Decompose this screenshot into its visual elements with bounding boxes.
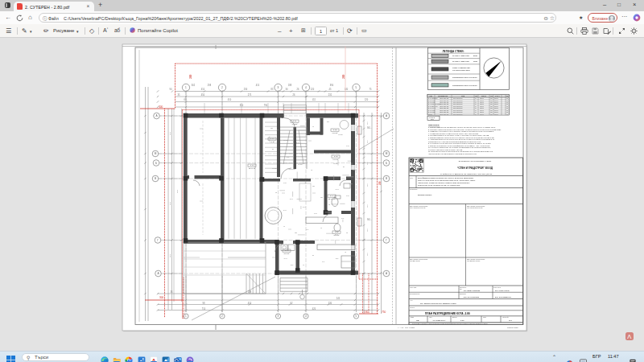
svg-text:12см: 12см (473, 60, 477, 62)
svg-text:7.70 м²: 7.70 м² (332, 132, 337, 134)
svg-text:310: 310 (240, 104, 244, 107)
svg-text:750: 750 (382, 311, 386, 314)
svg-text:инж. Сево Димитров: инж. Сево Димитров (495, 296, 512, 298)
svg-text:циментова зам.: циментова зам. (440, 112, 449, 113)
svg-text:латекс: латекс (494, 106, 498, 107)
svg-text:обект: обект (410, 178, 413, 179)
svg-text:латекс: латекс (494, 114, 498, 115)
svg-text:латекс: латекс (480, 101, 484, 101)
svg-text:С-06 ГАРАЖ: С-06 ГАРАЖ (428, 107, 436, 109)
svg-text:1.20: 1.20 (346, 195, 349, 196)
svg-text:Б: Б (386, 162, 387, 165)
svg-text:9.4: 9.4 (475, 114, 477, 115)
svg-text:411: 411 (312, 98, 316, 101)
svg-text:1.02 м²: 1.02 м² (291, 123, 297, 125)
svg-text:12.4: 12.4 (490, 114, 493, 115)
svg-text:12.4: 12.4 (490, 110, 493, 111)
svg-text:латекс: латекс (494, 108, 498, 109)
svg-text:275: 275 (248, 93, 252, 97)
svg-text:C-06: C-06 (250, 164, 255, 166)
svg-text:2.10: 2.10 (296, 142, 299, 143)
svg-text:циментова зам.: циментова зам. (440, 110, 449, 111)
svg-text:латекс: латекс (480, 114, 484, 115)
svg-text:М2: М2 (475, 95, 477, 97)
svg-text:390: 390 (330, 84, 334, 87)
svg-text:-2.80: -2.80 (290, 264, 293, 265)
svg-text:245: 245 (336, 297, 341, 300)
svg-text:12.4: 12.4 (490, 106, 493, 107)
svg-text:2: 2 (221, 86, 223, 89)
svg-text:циментова зам.: циментова зам. (440, 104, 449, 105)
svg-text:12.4: 12.4 (490, 101, 493, 101)
svg-text:латекс: латекс (480, 104, 484, 105)
svg-text:С-05 ПЕРАЛНО: С-05 ПЕРАЛНО (428, 105, 438, 107)
svg-text:300: 300 (176, 189, 179, 193)
svg-text:1.20: 1.20 (283, 182, 287, 183)
svg-text:Б: Б (155, 162, 157, 165)
svg-text:9.2: 9.2 (506, 114, 508, 115)
svg-text:22.47 м²: 22.47 м² (328, 198, 336, 200)
svg-text:90/210: 90/210 (338, 134, 343, 135)
svg-text:Г: Г (157, 239, 159, 242)
svg-text:С-01 КОРИДОР: С-01 КОРИДОР (428, 98, 438, 99)
svg-text:O.K.: O.K. (287, 156, 290, 158)
svg-text:5: 5 (356, 86, 357, 89)
svg-text:12.4: 12.4 (490, 98, 493, 99)
svg-text:302: 302 (192, 84, 196, 87)
svg-text:C-05: C-05 (285, 249, 290, 251)
svg-text:90/...: 90/... (367, 126, 372, 130)
svg-text:O.K.: O.K. (306, 228, 309, 230)
svg-text:СТОМАНОБЕТОНОВА: СТОМАНОБЕТОНОВА (452, 67, 471, 68)
svg-text:415: 415 (256, 84, 260, 87)
svg-text:част ВиК (печат): част ВиК (печат) (410, 260, 420, 261)
svg-text:300: 300 (189, 74, 192, 79)
svg-text:латекс: латекс (494, 112, 498, 113)
svg-text:12.4: 12.4 (490, 102, 493, 103)
svg-text:9.4: 9.4 (475, 98, 477, 99)
svg-text:9.2: 9.2 (506, 102, 508, 103)
svg-text:част Електро (печат): част Електро (печат) (467, 260, 481, 261)
svg-text:ТУХЛЕНА ЗИДАРИЯ: ТУХЛЕНА ЗИДАРИЯ (452, 55, 469, 56)
svg-text:проверил:: проверил: (460, 293, 466, 294)
svg-text:4.1 м²: 4.1 м² (270, 141, 275, 142)
svg-text:циментова зам.: циментова зам. (440, 102, 449, 103)
svg-text:М2: М2 (506, 95, 509, 97)
svg-text:ТОПЛОИЗОЛАЦИЯ XPS 10СМ: ТОПЛОИЗОЛАЦИЯ XPS 10СМ (452, 76, 477, 78)
svg-text:латекс: латекс (480, 102, 484, 103)
svg-text:С-07 МАЗЕ: С-07 МАЗЕ (428, 109, 435, 111)
svg-text:12.4: 12.4 (490, 104, 493, 105)
svg-text:3: 3 (278, 315, 279, 318)
svg-text:1.20: 1.20 (346, 145, 349, 146)
svg-text:латекс: латекс (480, 110, 484, 111)
svg-text:Избрал 2022: Избрал 2022 (507, 327, 518, 328)
svg-text:2.10: 2.10 (290, 198, 293, 200)
svg-text:O.K.: O.K. (322, 261, 325, 262)
svg-text:арх. Юлия Колева: арх. Юлия Колева (495, 290, 510, 291)
svg-text:част Архитектура (печат): част Архитектура (печат) (410, 207, 426, 208)
svg-text:75: 75 (346, 232, 348, 233)
svg-text:ВЪЗЛОЖИТЕЛ:: ВЪЗЛОЖИТЕЛ: (418, 194, 432, 196)
svg-text:188: 188 (288, 84, 292, 87)
svg-text:20: 20 (312, 254, 314, 256)
svg-text:45: 45 (345, 251, 346, 253)
svg-text:възложител: възложител (410, 188, 417, 190)
svg-text:90/...: 90/... (367, 218, 372, 221)
svg-text:С-08 МАЗЕ: С-08 МАЗЕ (428, 111, 435, 113)
svg-text:9.2: 9.2 (506, 106, 508, 107)
svg-text:120: 120 (320, 196, 323, 198)
svg-text:5: 5 (356, 315, 357, 318)
svg-text:C-01: C-01 (293, 120, 298, 121)
svg-text:9.2: 9.2 (506, 112, 508, 113)
svg-text:по безопасност:: по безопасност: (410, 293, 420, 294)
svg-text:ЛЕГЕНДА СТЕНИ:: ЛЕГЕНДА СТЕНИ: (442, 50, 464, 53)
svg-text:75: 75 (328, 204, 330, 205)
svg-text:С-03 МАЗЕ: С-03 МАЗЕ (428, 101, 435, 103)
svg-text:300: 300 (169, 253, 171, 257)
svg-text:арх. Даниел Стоянов арх. Ди: арх. Даниел Стоянов арх. Димитър Колев (420, 302, 456, 304)
svg-text:O.K.: O.K. (341, 217, 345, 219)
svg-text:мащаб: мащаб (452, 316, 456, 318)
svg-text:12: 12 (277, 129, 279, 130)
svg-text:C-02: C-02 (333, 129, 338, 130)
svg-text:3: 3 (278, 86, 279, 89)
svg-text:терена и котите на прилежащите: терена и котите на прилежащите площадки … (428, 153, 477, 154)
